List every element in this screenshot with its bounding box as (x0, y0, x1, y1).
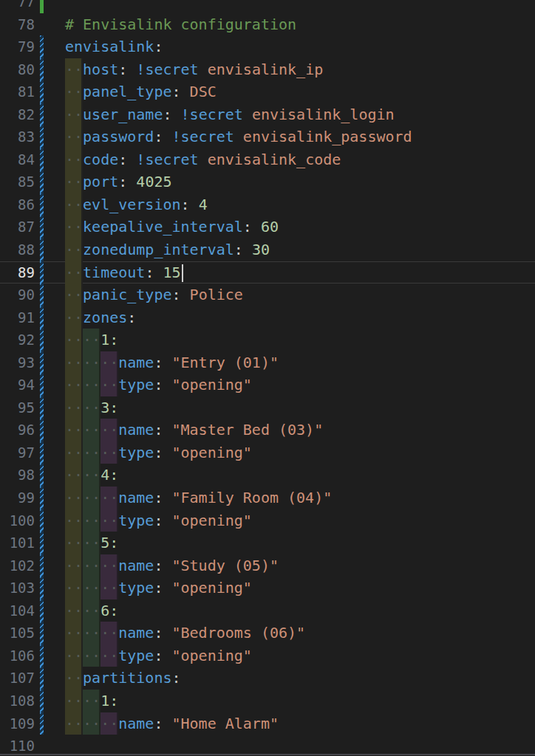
git-modified-indicator[interactable] (40, 554, 44, 577)
git-modified-indicator[interactable] (40, 148, 44, 171)
line-number[interactable]: 96 (0, 419, 35, 441)
git-modified-indicator[interactable] (40, 599, 44, 622)
code-line[interactable]: 99······name: "Family Room (04)" (0, 487, 535, 509)
line-number[interactable]: 91 (0, 306, 35, 329)
git-modified-indicator[interactable] (40, 577, 44, 599)
git-modified-indicator[interactable] (40, 216, 44, 238)
code-line[interactable]: 80··host: !secret envisalink_ip (0, 58, 535, 81)
code-line[interactable]: 79envisalink: (0, 35, 535, 58)
line-number[interactable]: 94 (0, 374, 35, 396)
line-number[interactable]: 78 (0, 13, 35, 36)
line-number[interactable]: 93 (0, 351, 35, 374)
git-modified-indicator[interactable] (40, 58, 44, 81)
git-modified-indicator[interactable] (40, 238, 44, 261)
git-modified-indicator[interactable] (40, 35, 44, 58)
line-number[interactable]: 109 (0, 712, 35, 735)
code-line[interactable]: 103······type: "opening" (0, 577, 535, 599)
code-line[interactable]: 98····4: (0, 464, 535, 487)
line-number[interactable]: 107 (0, 667, 35, 690)
line-number[interactable]: 84 (0, 148, 35, 171)
line-number[interactable]: 83 (0, 126, 35, 148)
line-number[interactable]: 106 (0, 645, 35, 667)
line-number[interactable]: 88 (0, 238, 35, 261)
code-line-active[interactable]: 89··timeout: 15 (0, 261, 535, 284)
code-line[interactable]: 88··zonedump_interval: 30 (0, 238, 535, 261)
code-line[interactable]: 84··code: !secret envisalink_code (0, 148, 535, 171)
code-line[interactable]: 104····6: (0, 599, 535, 622)
line-number[interactable]: 82 (0, 103, 35, 126)
line-number[interactable]: 92 (0, 329, 35, 351)
git-modified-indicator[interactable] (40, 712, 44, 735)
git-modified-indicator[interactable] (40, 487, 44, 509)
line-number[interactable]: 101 (0, 532, 35, 554)
git-modified-indicator[interactable] (40, 80, 44, 103)
code-line[interactable]: 101····5: (0, 532, 535, 554)
git-modified-indicator[interactable] (40, 622, 44, 645)
line-number[interactable]: 86 (0, 193, 35, 216)
code-line[interactable]: 85··port: 4025 (0, 171, 535, 193)
line-number[interactable]: 79 (0, 35, 35, 58)
code-line[interactable]: 96······name: "Master Bed (03)" (0, 419, 535, 441)
git-modified-indicator[interactable] (40, 374, 44, 396)
line-number[interactable]: 80 (0, 58, 35, 81)
line-number[interactable]: 97 (0, 441, 35, 464)
code-editor[interactable]: 7778# Envisalink configuration79envisali… (0, 0, 535, 756)
code-line[interactable]: 92····1: (0, 329, 535, 351)
line-number[interactable]: 104 (0, 599, 35, 622)
code-line[interactable]: 100······type: "opening" (0, 509, 535, 532)
git-modified-indicator[interactable] (40, 193, 44, 216)
code-line[interactable]: 78# Envisalink configuration (0, 13, 535, 36)
line-number[interactable]: 108 (0, 690, 35, 712)
code-line[interactable]: 107··partitions: (0, 667, 535, 690)
git-modified-indicator[interactable] (40, 419, 44, 441)
git-added-indicator[interactable] (40, 0, 44, 13)
git-modified-indicator[interactable] (40, 464, 44, 487)
line-number[interactable]: 98 (0, 464, 35, 487)
code-line[interactable]: 106······type: "opening" (0, 645, 535, 667)
git-modified-indicator[interactable] (40, 126, 44, 148)
code-line[interactable]: 110 (0, 735, 535, 756)
code-line[interactable]: 95····3: (0, 396, 535, 419)
code-line[interactable]: 81··panel_type: DSC (0, 80, 535, 103)
code-line[interactable]: 93······name: "Entry (01)" (0, 351, 535, 374)
code-line[interactable]: 87··keepalive_interval: 60 (0, 216, 535, 238)
git-modified-indicator[interactable] (40, 532, 44, 554)
git-modified-indicator[interactable] (40, 103, 44, 126)
code-line[interactable]: 83··password: !secret envisalink_passwor… (0, 126, 535, 148)
line-number[interactable]: 110 (0, 735, 35, 756)
line-number[interactable]: 85 (0, 171, 35, 193)
line-number[interactable]: 105 (0, 622, 35, 645)
code-line[interactable]: 82··user_name: !secret envisalink_login (0, 103, 535, 126)
line-number[interactable]: 103 (0, 577, 35, 599)
code-line[interactable]: 77 (0, 0, 535, 13)
code-line[interactable]: 97······type: "opening" (0, 441, 535, 464)
git-modified-indicator[interactable] (40, 690, 44, 712)
line-number[interactable]: 77 (0, 0, 35, 13)
git-modified-indicator[interactable] (40, 441, 44, 464)
git-modified-indicator[interactable] (40, 509, 44, 532)
code-line[interactable]: 91··zones: (0, 306, 535, 329)
code-line[interactable]: 102······name: "Study (05)" (0, 554, 535, 577)
code-line[interactable]: 108····1: (0, 690, 535, 712)
line-number[interactable]: 100 (0, 509, 35, 532)
git-modified-indicator[interactable] (40, 351, 44, 374)
git-modified-indicator[interactable] (40, 329, 44, 351)
line-number[interactable]: 81 (0, 80, 35, 103)
line-number[interactable]: 89 (0, 261, 35, 284)
git-modified-indicator[interactable] (40, 171, 44, 193)
git-modified-indicator[interactable] (40, 645, 44, 667)
line-number[interactable]: 99 (0, 487, 35, 509)
git-modified-indicator[interactable] (40, 284, 44, 306)
line-number[interactable]: 90 (0, 284, 35, 306)
code-line[interactable]: 109······name: "Home Alarm" (0, 712, 535, 735)
git-modified-indicator[interactable] (40, 396, 44, 419)
line-number[interactable]: 95 (0, 396, 35, 419)
git-modified-indicator[interactable] (40, 261, 44, 284)
code-line[interactable]: 105······name: "Bedrooms (06)" (0, 622, 535, 645)
line-number[interactable]: 87 (0, 216, 35, 238)
line-number[interactable]: 102 (0, 554, 35, 577)
git-modified-indicator[interactable] (40, 667, 44, 690)
code-line[interactable]: 94······type: "opening" (0, 374, 535, 396)
code-line[interactable]: 90··panic_type: Police (0, 284, 535, 306)
code-line[interactable]: 86··evl_version: 4 (0, 193, 535, 216)
